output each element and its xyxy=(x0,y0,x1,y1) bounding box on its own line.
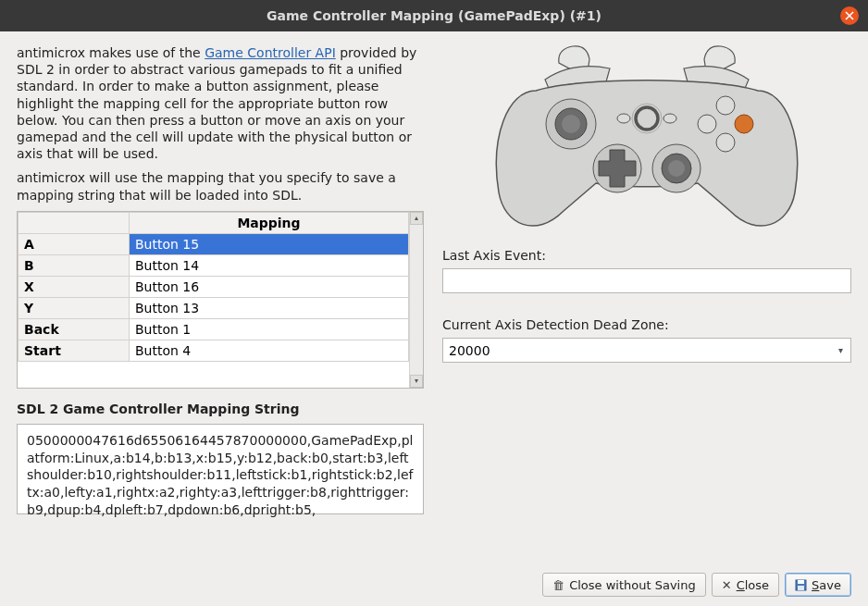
close-without-saving-label: Close without Saving xyxy=(569,578,696,592)
mapping-row-value[interactable]: Button 4 xyxy=(130,340,409,361)
table-row[interactable]: XButton 16 xyxy=(19,276,409,297)
mapping-row-value[interactable]: Button 13 xyxy=(130,297,409,318)
mapping-row-key[interactable]: A xyxy=(19,233,130,254)
svg-point-11 xyxy=(716,133,735,152)
sdl-string-box[interactable]: 0500000047616d65506164457870000000,GameP… xyxy=(17,424,424,514)
deadzone-value: 20000 xyxy=(449,343,490,358)
mapping-row-key[interactable]: X xyxy=(19,276,130,297)
trash-icon: 🗑 xyxy=(552,578,564,592)
save-icon xyxy=(795,579,807,591)
table-row[interactable]: BButton 14 xyxy=(19,254,409,276)
close-label: Close xyxy=(737,578,769,592)
mapping-row-value[interactable]: Button 14 xyxy=(130,254,409,276)
footer-buttons: 🗑 Close without Saving ✕ Close Save xyxy=(17,563,851,597)
mapping-row-value[interactable]: Button 15 xyxy=(130,233,409,254)
table-row[interactable]: YButton 13 xyxy=(19,297,409,318)
window-body: antimicrox makes use of the Game Control… xyxy=(0,31,868,606)
svg-point-12 xyxy=(617,114,630,123)
mapping-row-key[interactable]: B xyxy=(19,254,130,276)
table-row[interactable]: StartButton 4 xyxy=(19,340,409,361)
deadzone-dropdown[interactable]: 20000 ▾ xyxy=(442,338,851,363)
deadzone-label: Current Axis Detection Dead Zone: xyxy=(442,317,851,332)
scrollbar-track[interactable] xyxy=(410,225,423,375)
svg-rect-18 xyxy=(798,586,804,590)
table-row[interactable]: BackButton 1 xyxy=(19,318,409,340)
table-row[interactable]: AButton 15 xyxy=(19,233,409,254)
mapping-row-key[interactable]: Back xyxy=(19,318,130,340)
svg-point-9 xyxy=(698,115,716,133)
mapping-row-value[interactable]: Button 16 xyxy=(130,276,409,297)
svg-point-8 xyxy=(716,96,735,115)
last-axis-input[interactable] xyxy=(442,268,851,293)
left-panel: antimicrox makes use of the Game Control… xyxy=(17,44,424,563)
svg-rect-17 xyxy=(798,580,804,584)
svg-point-13 xyxy=(663,114,676,123)
close-button[interactable]: ✕ Close xyxy=(712,573,779,597)
svg-point-2 xyxy=(562,115,580,133)
close-icon xyxy=(845,11,854,20)
gamepad-icon xyxy=(471,44,823,239)
svg-point-6 xyxy=(668,160,685,177)
mapping-table-container: Mapping AButton 15BButton 14XButton 16YB… xyxy=(17,211,424,389)
last-axis-label: Last Axis Event: xyxy=(442,248,851,263)
intro-text-part1: antimicrox makes use of the xyxy=(17,45,205,60)
mapping-row-key[interactable]: Start xyxy=(19,340,130,361)
window-titlebar: Game Controller Mapping (GamePadExp) (#1… xyxy=(0,0,868,31)
x-icon: ✕ xyxy=(722,578,732,592)
scrollbar[interactable]: ▴ ▾ xyxy=(409,212,423,388)
mapping-table-header: Mapping xyxy=(130,212,409,233)
scrollbar-down-button[interactable]: ▾ xyxy=(410,375,423,388)
game-controller-api-link[interactable]: Game Controller API xyxy=(205,45,336,60)
mapping-row-key[interactable]: Y xyxy=(19,297,130,318)
intro-paragraph-1: antimicrox makes use of the Game Control… xyxy=(17,44,424,162)
controller-image xyxy=(442,44,851,239)
save-button[interactable]: Save xyxy=(785,573,851,597)
intro-paragraph-2: antimicrox will use the mapping that you… xyxy=(17,169,424,203)
intro-text-part2: provided by SDL 2 in order to abstract v… xyxy=(17,45,416,161)
svg-point-10 xyxy=(735,115,753,133)
scrollbar-up-button[interactable]: ▴ xyxy=(410,212,423,225)
close-without-saving-button[interactable]: 🗑 Close without Saving xyxy=(542,573,706,597)
window-title: Game Controller Mapping (GamePadExp) (#1… xyxy=(267,8,601,23)
save-label: Save xyxy=(812,578,841,592)
chevron-down-icon: ▾ xyxy=(838,345,843,355)
mapping-table-corner xyxy=(19,212,130,233)
mapping-row-value[interactable]: Button 1 xyxy=(130,318,409,340)
window-close-button[interactable] xyxy=(840,6,859,25)
sdl-string-label: SDL 2 Game Controller Mapping String xyxy=(17,402,424,416)
mapping-table[interactable]: Mapping AButton 15BButton 14XButton 16YB… xyxy=(18,212,409,362)
right-panel: Last Axis Event: Current Axis Detection … xyxy=(442,44,851,563)
